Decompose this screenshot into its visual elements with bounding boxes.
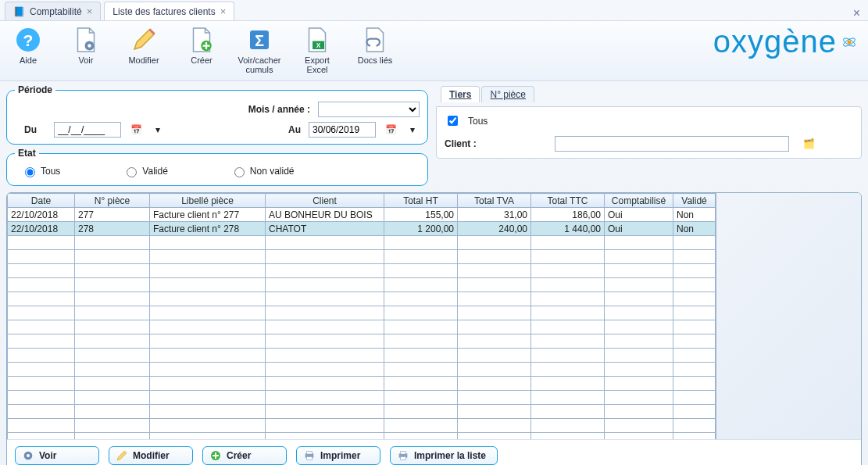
cell: 277	[75, 208, 150, 222]
input-date-du[interactable]	[54, 122, 121, 138]
close-icon[interactable]: ×	[87, 6, 93, 16]
combo-mois-annee[interactable]	[318, 102, 420, 117]
radio-valide[interactable]: Validé	[123, 165, 167, 177]
action-imprimer[interactable]: Imprimer	[296, 446, 380, 465]
action-creer[interactable]: Créer	[202, 446, 287, 465]
cell: 1 440,00	[531, 222, 605, 236]
grid-empty-area	[716, 193, 861, 439]
label-client: Client :	[445, 138, 477, 149]
cell: 186,00	[531, 208, 605, 222]
tab-icon: 📘	[13, 6, 25, 17]
cell: Non	[673, 222, 716, 236]
cell: Facture client n° 278	[150, 222, 266, 236]
table-row-empty	[8, 264, 716, 278]
toolbar-docslies[interactable]: Docs liés	[353, 24, 397, 76]
cell: 240,00	[458, 222, 531, 236]
toolbar-voircacher[interactable]: Σ Voir/cacher cumuls	[238, 24, 281, 76]
checkbox-tous[interactable]	[448, 116, 458, 126]
column-header[interactable]: Comptabilisé	[605, 194, 673, 208]
filter-area: Période Mois / année : Du 📅 ▾ Au 📅 ▾ Eta…	[0, 81, 868, 186]
column-header[interactable]: Date	[8, 194, 75, 208]
action-imprimer-liste[interactable]: Imprimer la liste	[390, 446, 498, 465]
toolbar-creer[interactable]: Créer	[180, 24, 223, 76]
svg-rect-17	[307, 456, 313, 460]
column-header[interactable]: Total TVA	[458, 194, 531, 208]
radio-tous[interactable]: Tous	[21, 165, 60, 177]
excel-icon: X	[302, 24, 333, 55]
action-modifier[interactable]: Modifier	[109, 446, 193, 465]
cell: AU BONHEUR DU BOIS	[266, 208, 384, 222]
toolbar-exportexcel[interactable]: X Export Excel	[295, 24, 339, 76]
chevron-down-icon[interactable]: ▾	[151, 123, 165, 137]
close-icon[interactable]: ×	[220, 6, 227, 16]
table-row-empty	[8, 433, 716, 440]
table-row-empty	[8, 236, 716, 250]
sub-tabs: Tiers N° pièce	[436, 86, 862, 102]
brand-atom-icon	[841, 34, 857, 50]
sigma-icon: Σ	[244, 24, 275, 55]
invoice-grid: DateN° pièceLibellé pièceClientTotal HTT…	[6, 192, 862, 465]
toolbar-label: Créer	[191, 55, 213, 76]
plus-icon	[209, 449, 222, 462]
cell: Non	[673, 208, 716, 222]
radio-non-valide[interactable]: Non validé	[230, 165, 295, 177]
pencil-icon	[116, 449, 128, 462]
toolbar-label: Modifier	[128, 55, 159, 76]
action-voir[interactable]: Voir	[15, 446, 99, 465]
toolbar-modifier[interactable]: Modifier	[122, 24, 166, 76]
subtab-tiers[interactable]: Tiers	[441, 86, 480, 102]
legend-periode: Période	[15, 84, 55, 95]
help-icon: ?	[13, 24, 44, 55]
column-header[interactable]: N° pièce	[75, 194, 150, 208]
fieldset-etat: Etat Tous Validé Non validé	[6, 148, 428, 186]
cell: 22/10/2018	[8, 208, 75, 222]
tab-strip: 📘 Comptabilité × Liste des factures clie…	[0, 0, 868, 20]
invoice-table[interactable]: DateN° pièceLibellé pièceClientTotal HTT…	[7, 193, 716, 439]
cell: 22/10/2018	[8, 222, 75, 236]
table-row[interactable]: 22/10/2018277Facture client n° 277AU BON…	[8, 208, 716, 222]
gear-icon	[22, 449, 34, 462]
cell: 155,00	[384, 208, 458, 222]
input-client[interactable]	[555, 136, 789, 152]
calendar-icon[interactable]: 📅	[384, 123, 398, 137]
svg-rect-16	[307, 452, 313, 454]
column-header[interactable]: Total HT	[384, 194, 458, 208]
action-label: Créer	[227, 450, 251, 461]
subtab-npiece[interactable]: N° pièce	[481, 86, 534, 102]
tiers-panel: Tous Client : 🗂️	[436, 106, 862, 159]
input-date-au[interactable]	[309, 122, 376, 138]
lookup-icon[interactable]: 🗂️	[803, 138, 815, 149]
window-close-icon[interactable]: ×	[853, 6, 863, 20]
toolbar-voir[interactable]: Voir	[64, 24, 108, 76]
legend-etat: Etat	[15, 148, 39, 159]
action-label: Imprimer la liste	[414, 450, 486, 461]
column-header[interactable]: Total TTC	[531, 194, 605, 208]
column-header[interactable]: Validé	[673, 194, 716, 208]
svg-point-13	[27, 454, 30, 457]
chevron-down-icon[interactable]: ▾	[405, 123, 420, 137]
tab-comptabilite[interactable]: 📘 Comptabilité ×	[5, 2, 101, 20]
label-mois-annee: Mois / année :	[248, 104, 310, 115]
toolbar-label: Voir/cacher cumuls	[238, 55, 281, 76]
label-du: Du	[15, 124, 46, 135]
svg-text:Σ: Σ	[255, 32, 264, 49]
action-label: Imprimer	[320, 450, 360, 461]
table-row-empty	[8, 391, 716, 405]
cell: 31,00	[458, 208, 531, 222]
cell: Facture client n° 277	[150, 208, 266, 222]
calendar-icon[interactable]: 📅	[129, 123, 143, 137]
linked-doc-icon	[359, 24, 391, 55]
checkbox-tous-label: Tous	[468, 116, 488, 127]
table-row-empty	[8, 250, 716, 264]
toolbar-aide[interactable]: ? Aide	[6, 24, 50, 76]
table-row[interactable]: 22/10/2018278Facture client n° 278CHATOT…	[8, 222, 716, 236]
column-header[interactable]: Client	[266, 194, 384, 208]
svg-text:X: X	[316, 42, 321, 49]
main-toolbar: ? Aide Voir Modifier Créer Σ Voir/cacher…	[0, 20, 868, 81]
document-plus-icon	[186, 24, 217, 55]
table-row-empty	[8, 349, 716, 363]
svg-rect-20	[401, 456, 406, 460]
tab-liste-factures[interactable]: Liste des factures clients ×	[104, 2, 234, 20]
column-header[interactable]: Libellé pièce	[150, 194, 266, 208]
table-row-empty	[8, 334, 716, 349]
